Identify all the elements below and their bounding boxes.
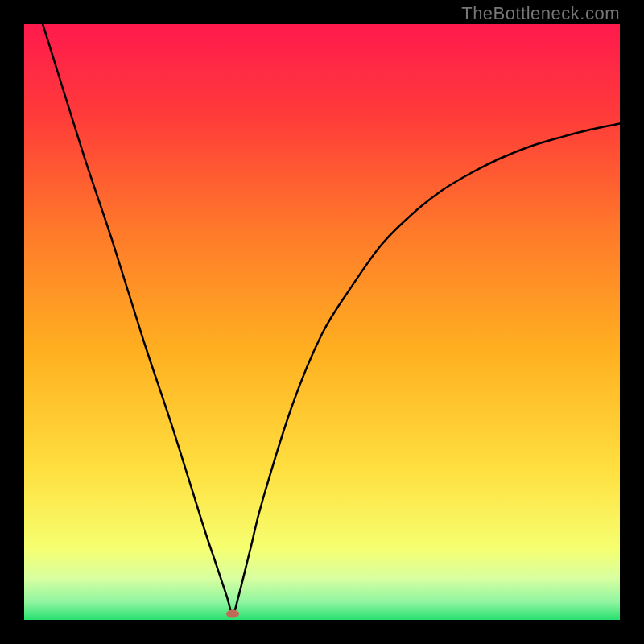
gradient-background (24, 24, 620, 620)
watermark-text: TheBottleneck.com (461, 3, 620, 24)
optimal-point-marker (226, 610, 239, 618)
chart-frame (24, 24, 620, 620)
bottleneck-chart (24, 24, 620, 620)
